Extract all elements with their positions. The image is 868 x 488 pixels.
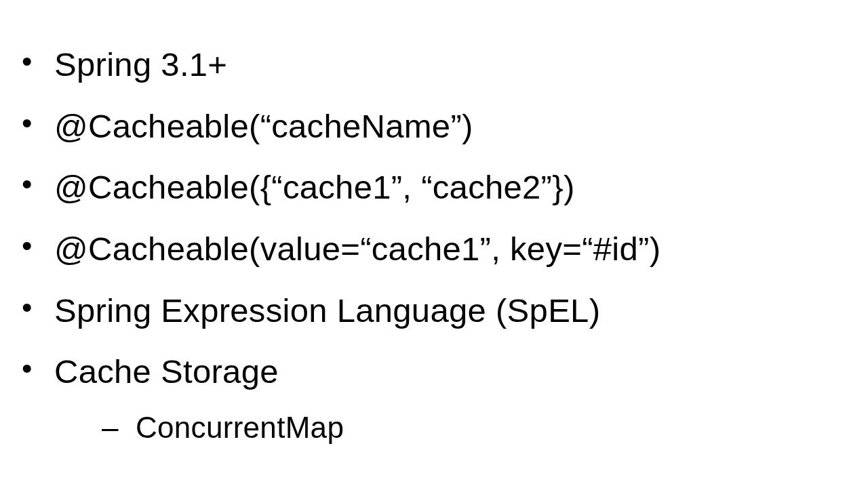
- list-item-text: Spring 3.1+: [54, 46, 227, 83]
- list-item: Spring 3.1+: [14, 34, 854, 96]
- sub-list-item: ConcurrentMap: [54, 403, 854, 453]
- list-item: @Cacheable(“cacheName”): [14, 96, 854, 157]
- list-item: Cache Storage ConcurrentMap: [14, 341, 854, 453]
- list-item-text: @Cacheable(“cacheName”): [54, 108, 473, 144]
- list-item: @Cacheable(value=“cache1”, key=“#id”): [14, 218, 854, 280]
- list-item: @Cacheable({“cache1”, “cache2”}): [14, 157, 854, 218]
- bullet-list: Spring 3.1+ @Cacheable(“cacheName”) @Cac…: [14, 34, 854, 453]
- sub-bullet-list: ConcurrentMap: [54, 403, 854, 453]
- slide-content: Spring 3.1+ @Cacheable(“cacheName”) @Cac…: [0, 0, 868, 453]
- list-item-text: Spring Expression Language (SpEL): [54, 292, 600, 329]
- list-item-text: @Cacheable({“cache1”, “cache2”}): [54, 169, 575, 205]
- sub-list-item-text: ConcurrentMap: [136, 411, 344, 444]
- list-item: Spring Expression Language (SpEL): [14, 280, 854, 342]
- list-item-text: Cache Storage: [54, 353, 279, 390]
- list-item-text: @Cacheable(value=“cache1”, key=“#id”): [54, 230, 660, 267]
